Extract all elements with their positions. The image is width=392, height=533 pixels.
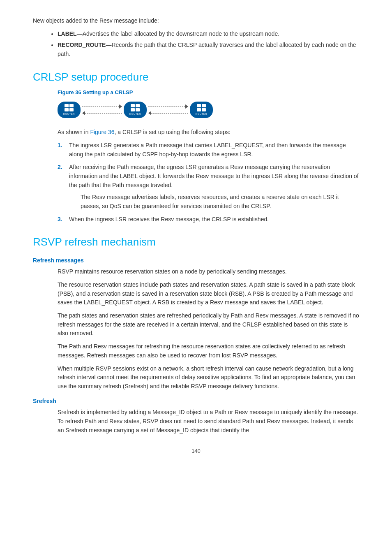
figure-ref-link[interactable]: Figure 36 xyxy=(90,129,114,135)
srefresh-para: Srefresh is implemented by adding a Mess… xyxy=(58,408,359,435)
intro-bullet-list: LABEL—Advertises the label allocated by … xyxy=(58,30,359,59)
step-1-num: 1. xyxy=(58,141,69,159)
bullet-desc-label: —Advertises the label allocated by the d… xyxy=(77,30,279,37)
refresh-messages-heading: Refresh messages xyxy=(33,256,359,265)
srefresh-heading: Srefresh xyxy=(33,397,359,406)
arrow-segment-1 xyxy=(82,103,122,116)
step-1-content: The ingress LSR generates a Path message… xyxy=(69,141,359,159)
router-icon-3: ROUTER xyxy=(190,102,213,118)
figure-caption: Figure 36 Setting up a CRLSP xyxy=(58,88,359,97)
bullet-term-label: LABEL xyxy=(58,30,77,37)
bullet-record-route: RECORD_ROUTE—Records the path that the C… xyxy=(58,41,359,58)
step-3-num: 3. xyxy=(58,215,69,224)
step-2: 2. After receiving the Path message, the… xyxy=(58,163,359,211)
page-number: 140 xyxy=(33,447,359,455)
bullet-label: LABEL—Advertises the label allocated by … xyxy=(58,30,359,39)
steps-list: 1. The ingress LSR generates a Path mess… xyxy=(58,141,359,224)
section1-heading: CRLSP setup procedure xyxy=(33,69,359,85)
step-2-num: 2. xyxy=(58,163,69,211)
router-icon-1: ROUTER xyxy=(58,102,81,118)
step-2-extra: The Resv message advertises labels, rese… xyxy=(81,193,359,211)
figure-diagram: ROUTER ROUTER xyxy=(58,102,359,118)
step-3: 3. When the ingress LSR receives the Res… xyxy=(58,215,359,224)
as-shown-text: As shown in Figure 36, a CRLSP is set up… xyxy=(58,128,359,137)
section2-heading: RSVP refresh mechanism xyxy=(33,234,359,250)
refresh-para-3: The path states and reservation states a… xyxy=(58,311,359,338)
arrow-segment-2 xyxy=(148,103,188,116)
step-2-content: After receiving the Path message, the eg… xyxy=(69,163,359,211)
refresh-para-1: RSVP maintains resource reservation stat… xyxy=(58,267,359,276)
intro-text: New objects added to the Resv message in… xyxy=(33,16,359,25)
step-1: 1. The ingress LSR generates a Path mess… xyxy=(58,141,359,159)
router-icon-2: ROUTER xyxy=(124,102,147,118)
refresh-para-4: The Path and Resv messages for refreshin… xyxy=(58,342,359,360)
refresh-para-2: The resource reservation states include … xyxy=(58,280,359,307)
bullet-term-record: RECORD_ROUTE xyxy=(58,42,106,48)
refresh-para-5: When multiple RSVP sessions exist on a n… xyxy=(58,364,359,391)
step-3-content: When the ingress LSR receives the Resv m… xyxy=(69,215,359,224)
